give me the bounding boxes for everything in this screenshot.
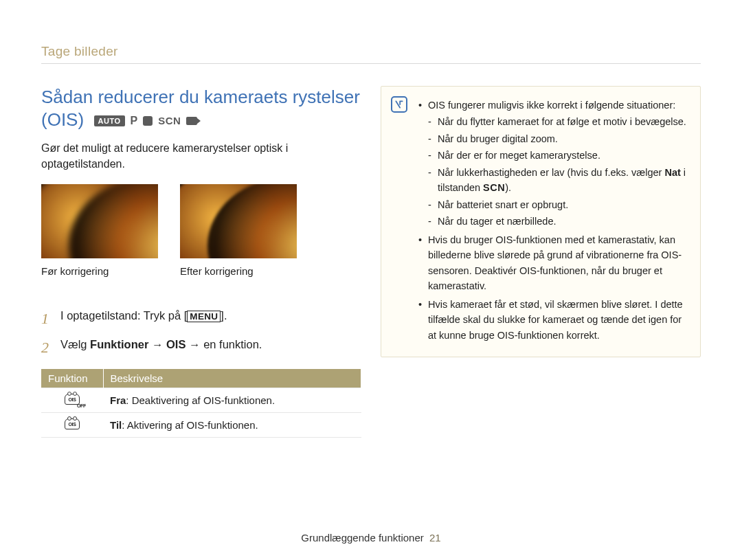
manual-page: Tage billeder Sådan reducerer du kamerae…: [0, 0, 742, 560]
note-subitem: Når lukkerhastigheden er lav (hvis du f.…: [428, 165, 688, 196]
note-subitem: Når du tager et nærbillede.: [428, 214, 688, 229]
step-1: 1 I optagetilstand: Tryk på [MENU].: [41, 307, 361, 331]
step-number: 2: [41, 336, 52, 359]
mode-icons: AUTO P SCN: [94, 115, 198, 127]
section-breadcrumb: Tage billeder: [41, 44, 701, 59]
note-subitem: Når der er for meget kamerarystelse.: [428, 148, 688, 163]
cell-icon-on: OIS: [41, 413, 103, 438]
step-2-text: Vælg Funktioner → OIS → en funktion.: [60, 336, 262, 354]
menu-button-label: MENU: [187, 311, 221, 322]
note-item: Hvis du bruger OIS-funktionen med et kam…: [418, 232, 688, 294]
th-funktion: Funktion: [41, 369, 103, 388]
photo-after: [180, 184, 297, 258]
photo-before-block: Før korrigering: [41, 184, 158, 277]
intro-text: Gør det muligt at reducere kamerarystels…: [41, 140, 361, 172]
note-item: Hvis kameraet får et stød, vil skærmen b…: [418, 297, 688, 343]
note-sublist: Når du flytter kameraet for at følge et …: [428, 114, 688, 229]
ois-off-icon: OISOFF: [65, 394, 80, 405]
steps-list: 1 I optagetilstand: Tryk på [MENU]. 2 Væ…: [41, 307, 361, 359]
note-box: OIS fungerer muligvis ikke korrekt i føl…: [381, 86, 701, 357]
page-title-line2-row: (OIS) AUTO P SCN: [41, 109, 361, 131]
right-column: OIS fungerer muligvis ikke korrekt i føl…: [381, 86, 701, 438]
mode-auto-badge: AUTO: [94, 115, 125, 126]
cell-desc-off: Fra: Deaktivering af OIS-funktionen.: [103, 388, 361, 413]
note-info-icon: [391, 96, 407, 113]
caption-before: Før korrigering: [41, 265, 158, 277]
left-column: Sådan reducerer du kameraets rystelser (…: [41, 86, 361, 438]
cell-desc-on: Til: Aktivering af OIS-funktionen.: [103, 413, 361, 438]
page-title-line1: Sådan reducerer du kameraets rystelser: [41, 86, 361, 109]
note-item: OIS fungerer muligvis ikke korrekt i føl…: [418, 98, 688, 229]
mode-p-icon: P: [131, 115, 138, 127]
note-list: OIS fungerer muligvis ikke korrekt i føl…: [418, 98, 688, 343]
photo-after-block: Efter korrigering: [180, 184, 297, 277]
mode-scn-icon: SCN: [158, 115, 181, 126]
page-footer: Grundlæggende funktioner 21: [0, 532, 742, 544]
ois-on-icon: OIS: [65, 418, 80, 429]
example-photos: Før korrigering Efter korrigering: [41, 184, 361, 277]
function-table: Funktion Beskrivelse OISOFF Fra: Deaktiv…: [41, 369, 361, 438]
table-row: OIS Til: Aktivering af OIS-funktionen.: [41, 413, 361, 438]
step-number: 1: [41, 307, 52, 331]
mode-portrait-icon: [143, 116, 153, 126]
th-beskrivelse: Beskrivelse: [103, 369, 361, 388]
page-number: 21: [429, 532, 441, 544]
photo-before: [41, 184, 158, 258]
table-row: OISOFF Fra: Deaktivering af OIS-funktion…: [41, 388, 361, 413]
content-columns: Sådan reducerer du kameraets rystelser (…: [41, 86, 701, 438]
note-subitem: Når du flytter kameraet for at følge et …: [428, 114, 688, 129]
cell-icon-off: OISOFF: [41, 388, 103, 413]
caption-after: Efter korrigering: [180, 265, 297, 277]
mode-video-icon: [186, 117, 197, 125]
header-rule: [41, 63, 701, 64]
step-1-text: I optagetilstand: Tryk på [MENU].: [60, 307, 227, 325]
page-title-line2: (OIS): [41, 109, 84, 130]
note-subitem: Når du bruger digital zoom.: [428, 131, 688, 146]
note-subitem: Når batteriet snart er opbrugt.: [428, 197, 688, 212]
step-2: 2 Vælg Funktioner → OIS → en funktion.: [41, 336, 361, 359]
footer-label: Grundlæggende funktioner: [301, 532, 423, 544]
